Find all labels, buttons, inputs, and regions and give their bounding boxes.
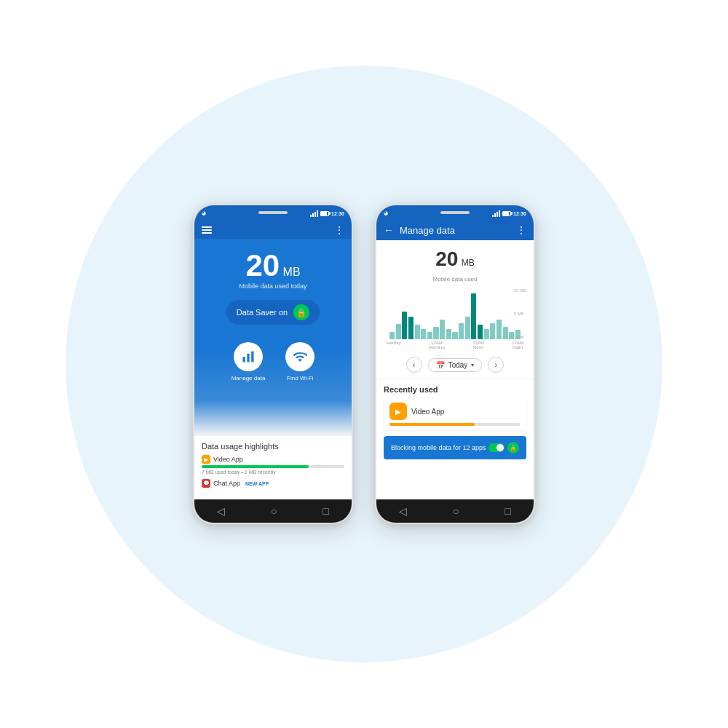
battery-icon-2: [502, 211, 511, 216]
status-right: 12:30: [310, 210, 344, 217]
chart-number: 20: [435, 248, 458, 270]
data-usage-display: 20 MB Mobile data used today: [239, 250, 306, 290]
lock-icon: 🔒: [293, 304, 309, 320]
chart-sublabel: Mobile data used: [433, 276, 478, 282]
next-date-button[interactable]: ›: [488, 357, 504, 373]
recent-nav-button[interactable]: □: [323, 505, 328, 517]
back-button[interactable]: ←: [384, 224, 394, 236]
phone1-header: ⋮: [194, 220, 352, 239]
chevron-down-icon: ▾: [471, 362, 474, 368]
back-nav-button[interactable]: ◁: [217, 505, 225, 517]
y-label-top: 10 MB: [514, 288, 526, 293]
video-app-icon: ▶: [202, 455, 210, 464]
home-nav-button[interactable]: ○: [271, 505, 277, 517]
chart-unit: MB: [462, 258, 475, 268]
bottom-nav-phone2: ◁ ○ □: [376, 499, 534, 523]
back-nav-button-2[interactable]: ◁: [399, 505, 407, 517]
blocking-label: Blocking mobile data for 12 apps: [391, 444, 486, 451]
app-status-icon: ◕: [202, 210, 206, 216]
phone-2: ◕ 12:30 ← Manage: [375, 204, 535, 524]
phone1-main: 20 MB Mobile data used today Data Saver …: [194, 239, 352, 436]
time-display: 12:30: [331, 211, 344, 216]
highlights-card: Data usage highlights ▶ Video App 7 MB u…: [194, 436, 352, 499]
y-label-bot: 0 MB: [514, 335, 526, 339]
x-label-night: 12AM Night: [512, 341, 523, 349]
new-badge: NEW APP: [245, 481, 269, 486]
wave-bg: [194, 349, 352, 436]
video-app-icon-2: ▶: [389, 403, 407, 420]
chat-app-icon: 💬: [202, 479, 210, 488]
calendar-icon: 📅: [436, 361, 445, 369]
bar: [478, 325, 483, 339]
video-app-name-2: Video App: [411, 408, 521, 416]
status-bar-phone1: ◕ 12:30: [194, 205, 352, 220]
chat-app-name: Chat App: [213, 480, 240, 487]
bar-chart: [389, 288, 521, 339]
video-app-usage-bar: [389, 423, 521, 426]
bar: [389, 332, 395, 339]
bottom-nav-phone1: ◁ ○ □: [194, 499, 352, 523]
toggle-with-lock: 🔒: [488, 442, 519, 454]
x-label-morning: 12AM Morning: [429, 341, 445, 349]
y-label-mid: 5 MB: [514, 312, 526, 316]
recently-used-section: Recently used ▶ Video App: [376, 379, 534, 436]
bar: [396, 324, 401, 339]
app-status-icon-2: ◕: [384, 210, 388, 216]
chart-x-labels: sterday 12AM Morning 12PM Noon 12AM Ni: [384, 339, 526, 351]
more-options-button[interactable]: ⋮: [334, 224, 344, 236]
video-app-name: Video App: [213, 456, 243, 463]
scene: ◕ 12:30: [0, 0, 728, 728]
y-axis: 10 MB 5 MB 0 MB: [514, 288, 526, 339]
date-nav: ‹ 📅 Today ▾ ›: [376, 351, 534, 379]
battery-icon: [320, 211, 329, 216]
blocking-bar[interactable]: Blocking mobile data for 12 apps 🔒: [384, 436, 526, 459]
bar: [408, 317, 414, 340]
bar: [452, 332, 457, 339]
phone2-header: ← Manage data ⋮: [376, 220, 534, 240]
bar: [503, 327, 508, 340]
bar: [484, 329, 489, 339]
hamburger-menu[interactable]: [202, 226, 212, 234]
data-saver-label: Data Saver on: [237, 308, 288, 317]
status-left-2: ◕: [384, 210, 388, 216]
chart-section: 20 MB Mobile data used: [376, 240, 534, 351]
lock-icon-small: 🔒: [507, 442, 519, 454]
date-picker[interactable]: 📅 Today ▾: [428, 358, 483, 372]
bar: [465, 317, 470, 340]
chart-data-label: 20 MB Mobile data used: [433, 248, 478, 284]
home-nav-button-2[interactable]: ○: [453, 505, 459, 517]
phones-wrapper: ◕ 12:30: [193, 204, 535, 524]
data-unit: MB: [283, 266, 301, 278]
recent-nav-button-2[interactable]: □: [505, 505, 510, 517]
bar: [421, 329, 426, 339]
bar: [427, 332, 432, 339]
bar: [490, 323, 495, 339]
video-app-row: ▶ Video App 7 MB used today • 2 MB recen…: [202, 455, 344, 475]
page-title: Manage data: [400, 225, 510, 236]
bar: [415, 325, 420, 339]
bar: [459, 323, 464, 339]
data-number: 20: [245, 248, 280, 282]
highlights-title: Data usage highlights: [202, 442, 344, 451]
time-display-2: 12:30: [513, 211, 526, 216]
bar: [433, 327, 438, 340]
status-right-2: 12:30: [492, 210, 526, 217]
video-app-card[interactable]: ▶ Video App: [384, 398, 526, 430]
video-app-usage: 7 MB used today • 2 MB recently: [202, 470, 344, 475]
data-label: Mobile data used today: [239, 282, 306, 290]
phone-1: ◕ 12:30: [193, 204, 353, 524]
bar: [402, 312, 407, 340]
chat-app-row: 💬 Chat App NEW APP: [202, 479, 344, 489]
prev-date-button[interactable]: ‹: [406, 357, 422, 373]
signal-icon: [310, 210, 318, 217]
bar-chart-container: 10 MB 5 MB 0 MB: [384, 288, 526, 339]
more-options-button-2[interactable]: ⋮: [516, 224, 526, 236]
status-bar-phone2: ◕ 12:30: [376, 205, 534, 220]
data-saver-button[interactable]: Data Saver on 🔒: [226, 300, 320, 325]
signal-icon-2: [492, 210, 500, 217]
phone2-body: 20 MB Mobile data used: [376, 240, 534, 499]
bar: [471, 293, 476, 339]
date-label: Today: [448, 361, 468, 369]
x-label-noon: 12PM Noon: [472, 341, 484, 349]
toggle-track[interactable]: [488, 443, 505, 452]
